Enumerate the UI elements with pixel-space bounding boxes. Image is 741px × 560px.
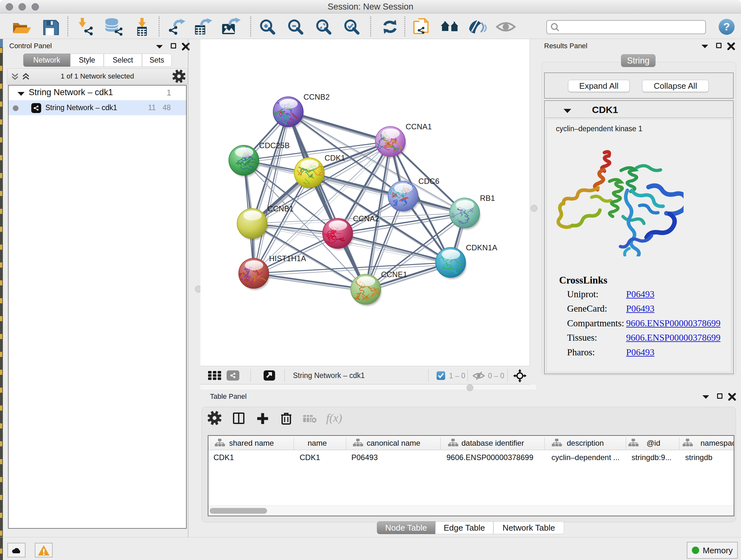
svg-text:CDK1: CDK1: [325, 153, 345, 162]
svg-text:CDC6: CDC6: [418, 177, 440, 186]
svg-text:CDKN1A: CDKN1A: [466, 243, 497, 252]
svg-text:CCNA2: CCNA2: [353, 214, 379, 223]
svg-text:CCNA1: CCNA1: [406, 122, 432, 131]
svg-text:RB1: RB1: [480, 194, 495, 202]
svg-text:CCNB1: CCNB1: [267, 204, 293, 213]
svg-text:?: ?: [724, 20, 730, 33]
svg-text:HIST1H1A: HIST1H1A: [269, 254, 306, 263]
svg-text:CCNE1: CCNE1: [381, 270, 407, 279]
svg-text:CCNB2: CCNB2: [304, 92, 330, 101]
svg-text:CDC25B: CDC25B: [259, 141, 290, 150]
